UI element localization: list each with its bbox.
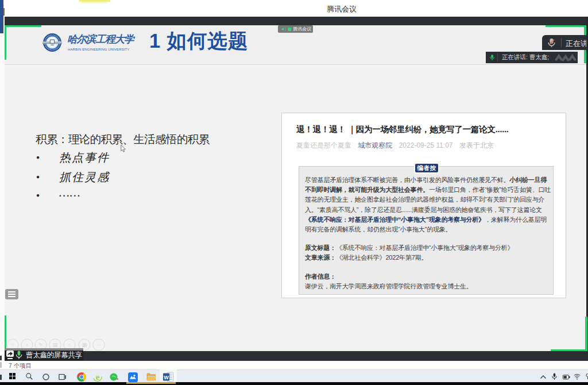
svg-text:▤: ▤	[53, 342, 58, 348]
svg-text:○: ○	[68, 342, 71, 348]
svg-text:‹: ‹	[12, 342, 14, 348]
svg-text:W: W	[164, 375, 169, 380]
svg-text:▦: ▦	[82, 342, 87, 348]
svg-text:›: ›	[26, 342, 28, 348]
svg-text:⋯: ⋯	[96, 342, 102, 348]
svg-text:e: e	[96, 372, 100, 382]
svg-text:✎: ✎	[38, 342, 43, 348]
